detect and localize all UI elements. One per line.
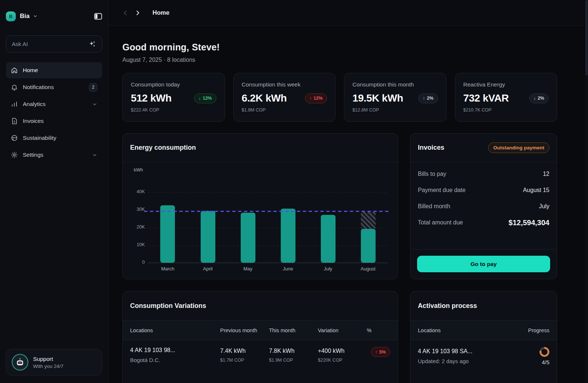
stat-card-consumption-week: Consumption this week 6.2K kWh ↑12% $1.8… bbox=[233, 73, 336, 122]
sidebar-item-notifications[interactable]: Notifications 2 bbox=[6, 79, 102, 95]
sidebar-item-label: Analytics bbox=[23, 101, 46, 107]
globe-icon bbox=[11, 134, 18, 142]
sidebar-item-settings[interactable]: Settings bbox=[6, 147, 102, 163]
sidebar-item-label: Settings bbox=[23, 152, 43, 158]
percent-badge: ↑5% bbox=[371, 347, 390, 357]
chevron-down-icon bbox=[33, 14, 38, 19]
delta-badge: ↓2% bbox=[529, 93, 549, 103]
sidebar: B Bia Ask AI Home Notifications 2 bbox=[0, 0, 108, 383]
arrow-up-icon: ↑ bbox=[309, 96, 312, 101]
page-title: Home bbox=[153, 9, 169, 16]
bar-projected-hatch bbox=[361, 212, 376, 229]
nav-back-icon[interactable] bbox=[122, 10, 129, 16]
support-title: Support bbox=[33, 356, 64, 362]
stat-cost: $210.7K COP bbox=[463, 107, 549, 113]
stat-cost: $12.8M COP bbox=[352, 107, 438, 113]
home-icon bbox=[11, 67, 18, 74]
stat-value: 512 kWh bbox=[131, 92, 172, 104]
arrow-down-icon: ↓ bbox=[534, 96, 536, 101]
invoice-row-due-date: Payment due date August 15 bbox=[418, 182, 549, 198]
ask-ai-placeholder: Ask AI bbox=[12, 41, 28, 47]
stat-label: Consumption today bbox=[131, 81, 216, 88]
bar-july[interactable] bbox=[321, 215, 336, 263]
support-card[interactable]: Support With you 24/7 bbox=[6, 349, 102, 376]
reference-dashed-line bbox=[144, 211, 390, 212]
chevron-down-icon bbox=[92, 102, 97, 107]
main-area: Home Good morning, Steve! August 7, 2025… bbox=[108, 0, 588, 383]
chevron-down-icon bbox=[92, 152, 97, 158]
table-row[interactable]: 4 AK 19 103 98 SA... Updated: 2 days ago… bbox=[410, 340, 557, 372]
bar-march[interactable] bbox=[160, 205, 175, 263]
sparkles-icon bbox=[88, 40, 96, 48]
scrollbar[interactable] bbox=[585, 0, 588, 383]
location-name: 4 AK 19 103 98... bbox=[130, 347, 220, 354]
progress-label: 4/5 bbox=[542, 359, 549, 365]
invoice-row-bills: Bills to pay 12 bbox=[418, 166, 549, 182]
invoices-title: Invoices bbox=[418, 144, 444, 152]
arrow-down-icon: ↓ bbox=[198, 96, 201, 101]
invoice-row-billed-month: Billed month July bbox=[418, 198, 549, 214]
gear-icon bbox=[11, 151, 18, 159]
greeting: Good morning, Steve! bbox=[122, 42, 557, 53]
workspace-avatar: B bbox=[6, 11, 16, 21]
delta-badge: ↓12% bbox=[194, 93, 216, 103]
sidebar-item-analytics[interactable]: Analytics bbox=[6, 96, 102, 112]
workspace-switcher[interactable]: B Bia bbox=[6, 8, 102, 24]
table-row[interactable]: 4 AK 19 103 98... Bogotá D.C. 7.4K kWh $… bbox=[123, 340, 398, 370]
stat-cards-row: Consumption today 512 kWh ↓12% $222.4K C… bbox=[122, 73, 557, 122]
date-locations-subtitle: August 7, 2025 · 8 locations bbox=[122, 57, 557, 63]
delta-badge: ↑2% bbox=[418, 93, 438, 103]
sidebar-collapse-icon[interactable] bbox=[94, 13, 102, 20]
arrow-up-icon: ↑ bbox=[375, 350, 377, 355]
variations-table-header: Locations Previous month This month Vari… bbox=[123, 320, 398, 340]
activation-table-header: Locations Progress bbox=[410, 320, 557, 340]
location-updated: Updated: 2 days ago bbox=[418, 358, 524, 364]
stat-card-consumption-today: Consumption today 512 kWh ↓12% $222.4K C… bbox=[122, 73, 225, 122]
svg-text:$: $ bbox=[14, 120, 15, 123]
notifications-count-badge: 2 bbox=[89, 83, 97, 92]
chart-title: Energy consumption bbox=[130, 144, 196, 152]
x-axis-labels: MarchAprilMayJuneJulyAugust bbox=[148, 266, 388, 272]
invoices-card: Invoices Outstanding payment Bills to pa… bbox=[410, 133, 557, 279]
go-to-pay-button[interactable]: Go to pay bbox=[417, 256, 550, 272]
nav-forward-icon[interactable] bbox=[134, 10, 141, 16]
scrollbar-thumb[interactable] bbox=[585, 0, 588, 75]
stat-card-reactive-energy: Reactiva Energy 732 kVAR ↓2% $210.7K COP bbox=[455, 73, 557, 122]
activation-title: Activation process bbox=[418, 302, 477, 310]
chart-plot-area bbox=[148, 184, 388, 263]
stat-card-consumption-month: Consumption this month 19.5K kWh ↑2% $12… bbox=[344, 73, 447, 122]
bell-icon bbox=[11, 84, 18, 91]
content: Good morning, Steve! August 7, 2025 · 8 … bbox=[108, 26, 588, 383]
progress-ring bbox=[539, 347, 549, 357]
bar-may[interactable] bbox=[241, 213, 255, 263]
sidebar-item-invoices[interactable]: $ Invoices bbox=[6, 113, 102, 129]
bar-august[interactable] bbox=[361, 229, 376, 263]
stat-cost: $222.4K COP bbox=[131, 107, 216, 113]
consumption-variations-card: Consumption Variations Locations Previou… bbox=[122, 291, 398, 383]
ask-ai-input[interactable]: Ask AI bbox=[6, 35, 102, 53]
energy-consumption-card: Energy consumption kWh 40K30K20K10K0 Mar… bbox=[122, 133, 398, 279]
stat-value: 19.5K kWh bbox=[352, 92, 403, 104]
energy-consumption-chart: kWh 40K30K20K10K0 MarchAprilMayJuneJulyA… bbox=[132, 162, 388, 273]
location-city: Bogotá D.C. bbox=[130, 357, 220, 363]
support-robot-icon bbox=[12, 354, 28, 370]
bar-june[interactable] bbox=[281, 209, 295, 263]
activation-process-card: Activation process Locations Progress 4 … bbox=[410, 291, 557, 383]
delta-badge: ↑12% bbox=[305, 93, 327, 103]
sidebar-item-label: Home bbox=[23, 67, 38, 74]
y-axis-unit: kWh bbox=[134, 167, 143, 173]
stat-label: Consumption this month bbox=[352, 81, 438, 88]
stat-label: Reactiva Energy bbox=[463, 81, 549, 88]
sidebar-item-label: Sustainability bbox=[23, 135, 56, 141]
bar-chart-icon bbox=[11, 100, 18, 108]
stat-value: 6.2K kWh bbox=[242, 92, 287, 104]
bar-april[interactable] bbox=[201, 211, 215, 263]
stat-label: Consumption this week bbox=[242, 81, 327, 88]
variations-title: Consumption Variations bbox=[130, 302, 206, 310]
arrow-up-icon: ↑ bbox=[423, 96, 425, 101]
outstanding-payment-badge: Outstanding payment bbox=[488, 142, 549, 153]
sidebar-item-sustainability[interactable]: Sustainability bbox=[6, 130, 102, 146]
sidebar-item-home[interactable]: Home bbox=[6, 62, 102, 78]
support-subtitle: With you 24/7 bbox=[33, 364, 64, 369]
workspace-name: Bia bbox=[20, 13, 29, 20]
